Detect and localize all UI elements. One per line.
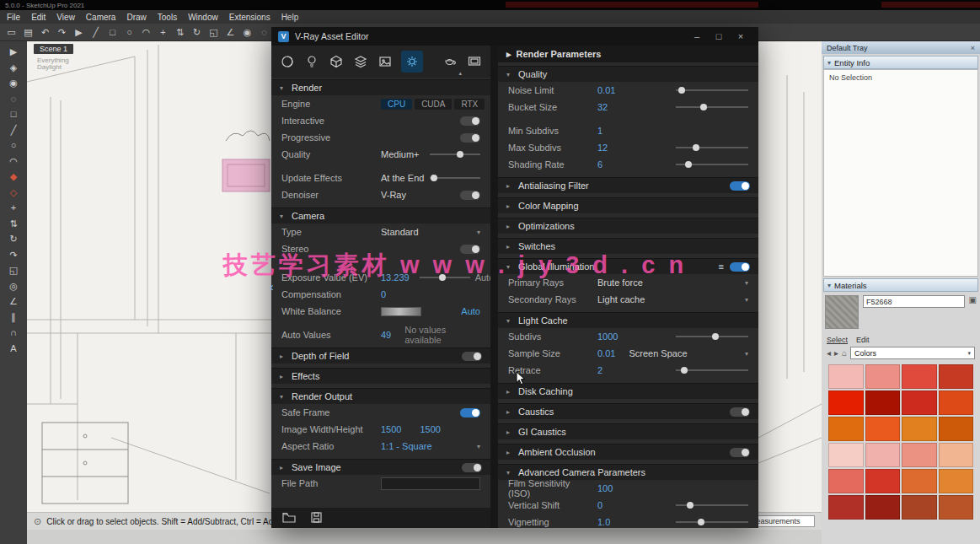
back-arrow-icon[interactable]: ◂ — [827, 348, 831, 358]
rectangle-tool-icon[interactable]: □ — [11, 108, 17, 121]
camera-type-dropdown[interactable]: Standard — [381, 227, 419, 237]
color-swatch[interactable] — [939, 469, 974, 493]
depth-of-field-toggle[interactable] — [462, 352, 482, 361]
close-button[interactable]: × — [730, 31, 752, 41]
gi-options-icon[interactable]: ≡ — [719, 261, 724, 272]
min-subdivs-value[interactable]: 1 — [597, 126, 602, 136]
safe-frame-toggle[interactable] — [460, 408, 480, 417]
ambient-occlusion-section-header[interactable]: ▸ Ambient Occlusion — [498, 444, 758, 460]
subdivs-value[interactable]: 1000 — [597, 331, 618, 342]
circle-tool-icon[interactable]: ○ — [11, 139, 17, 152]
denoiser-value[interactable]: V-Ray — [381, 190, 406, 200]
vray-render-icon[interactable]: ◆ — [10, 170, 17, 183]
camera-section-header[interactable]: ▾ Camera — [271, 207, 490, 224]
arc-tool-icon[interactable]: ◠ — [9, 155, 18, 168]
circle-icon[interactable]: ○ — [123, 27, 136, 37]
denoiser-toggle[interactable] — [460, 191, 480, 200]
quality-value[interactable]: Medium+ — [381, 149, 420, 159]
depth-of-field-section-header[interactable]: ▸ Depth of Field — [271, 347, 490, 364]
light-cache-section-header[interactable]: ▾ Light Cache — [498, 312, 758, 328]
shading-rate-slider[interactable] — [676, 164, 748, 165]
progressive-toggle[interactable] — [460, 133, 480, 143]
disk-caching-section-header[interactable]: ▸ Disk Caching — [498, 383, 758, 399]
image-width-field[interactable]: 1500 — [381, 424, 401, 434]
menu-extensions[interactable]: Extensions — [229, 13, 270, 22]
menu-file[interactable]: File — [7, 13, 20, 22]
color-swatch[interactable] — [828, 495, 864, 520]
color-mapping-section-header[interactable]: ▸ Color Mapping — [498, 197, 758, 213]
bucket-size-slider[interactable] — [676, 106, 748, 108]
update-effects-slider[interactable] — [430, 177, 480, 179]
eraser-tool-icon[interactable]: ◌ — [11, 93, 17, 105]
dimension-tool-icon[interactable]: ∥ — [11, 311, 16, 324]
make-component-icon[interactable]: ◈ — [10, 62, 17, 74]
panel-divider[interactable] — [490, 46, 498, 528]
film-sensitivity-value[interactable]: 100 — [597, 483, 613, 493]
vertical-shift-value[interactable]: 0 — [597, 500, 602, 510]
eraser-icon[interactable]: ◌ — [258, 27, 270, 37]
render-history-icon[interactable] — [466, 53, 483, 70]
geometry-icon[interactable] — [328, 53, 345, 70]
menu-window[interactable]: Window — [188, 13, 218, 22]
color-swatch[interactable] — [828, 443, 864, 467]
color-swatch[interactable] — [865, 417, 901, 441]
minimize-button[interactable]: – — [686, 31, 708, 41]
shading-rate-value[interactable]: 6 — [597, 159, 602, 170]
caret-up-icon[interactable]: ▴ — [458, 70, 462, 77]
rotate-tool-icon[interactable]: ↻ — [9, 233, 17, 245]
chevron-down-icon[interactable]: ▾ — [745, 279, 748, 287]
menu-edit[interactable]: Edit — [31, 13, 46, 22]
color-swatch[interactable] — [865, 469, 901, 493]
color-swatch[interactable] — [902, 495, 937, 520]
open-icon[interactable]: ▭ — [5, 27, 18, 38]
color-swatch[interactable] — [902, 469, 937, 493]
materials-icon[interactable] — [279, 53, 296, 70]
retrace-slider[interactable] — [676, 369, 748, 371]
select-icon[interactable]: ▶ — [72, 27, 85, 38]
entity-info-section-header[interactable]: ▾ Entity Info — [823, 56, 978, 69]
maximize-button[interactable]: □ — [708, 31, 730, 41]
panel-collapse-handle[interactable]: ‹ — [270, 280, 274, 294]
noise-limit-value[interactable]: 0.01 — [597, 85, 615, 95]
move-icon[interactable]: + — [157, 27, 169, 37]
scene-tab[interactable]: Scene 1 — [34, 44, 73, 54]
save-icon[interactable]: ▤ — [22, 27, 35, 38]
material-thumbnail[interactable] — [825, 295, 859, 329]
secondary-pane-icon[interactable]: ▣ — [969, 295, 977, 304]
forward-arrow-icon[interactable]: ▸ — [834, 348, 838, 358]
color-swatch[interactable] — [828, 364, 864, 389]
menu-camera[interactable]: Camera — [86, 13, 116, 22]
file-path-input[interactable] — [381, 477, 480, 490]
render-icon[interactable] — [442, 53, 458, 70]
color-swatch[interactable] — [828, 417, 864, 441]
sample-size-value[interactable]: 0.01 — [597, 348, 615, 358]
subdivs-slider[interactable] — [676, 336, 748, 337]
color-swatch[interactable] — [939, 495, 974, 520]
scale-tool-icon[interactable]: ◱ — [9, 264, 18, 277]
chevron-down-icon[interactable]: ▾ — [477, 443, 480, 450]
color-swatch[interactable] — [902, 364, 937, 389]
max-subdivs-slider[interactable] — [676, 147, 748, 148]
primary-rays-dropdown[interactable]: Brute force — [597, 277, 643, 288]
update-effects-value[interactable]: At the End — [381, 173, 424, 183]
color-swatch[interactable] — [828, 390, 864, 415]
text-tool-icon[interactable]: A — [10, 342, 16, 355]
save-settings-icon[interactable] — [310, 511, 323, 525]
rectangle-icon[interactable]: □ — [106, 27, 119, 37]
dialog-titlebar[interactable]: V V-Ray Asset Editor – □ × — [271, 27, 758, 46]
undo-icon[interactable]: ↶ — [39, 27, 51, 38]
scale-icon[interactable]: ◱ — [207, 27, 220, 38]
color-swatch[interactable] — [939, 390, 974, 415]
menu-view[interactable]: View — [56, 13, 75, 22]
select-tool-icon[interactable]: ▶ — [10, 46, 17, 58]
engine-cuda-button[interactable]: CUDA — [415, 99, 452, 110]
collection-dropdown[interactable]: Colors ▾ — [850, 347, 975, 359]
vignetting-value[interactable]: 1.0 — [597, 517, 610, 527]
color-swatch[interactable] — [865, 443, 901, 467]
save-image-section-header[interactable]: ▸ Save Image — [271, 459, 490, 475]
render-parameters-header[interactable]: ▸ Render Parameters — [498, 46, 758, 62]
antialiasing-toggle[interactable] — [730, 181, 750, 191]
vertical-shift-slider[interactable] — [676, 504, 748, 506]
chevron-down-icon[interactable]: ▾ — [477, 229, 480, 236]
color-swatch[interactable] — [865, 364, 901, 389]
